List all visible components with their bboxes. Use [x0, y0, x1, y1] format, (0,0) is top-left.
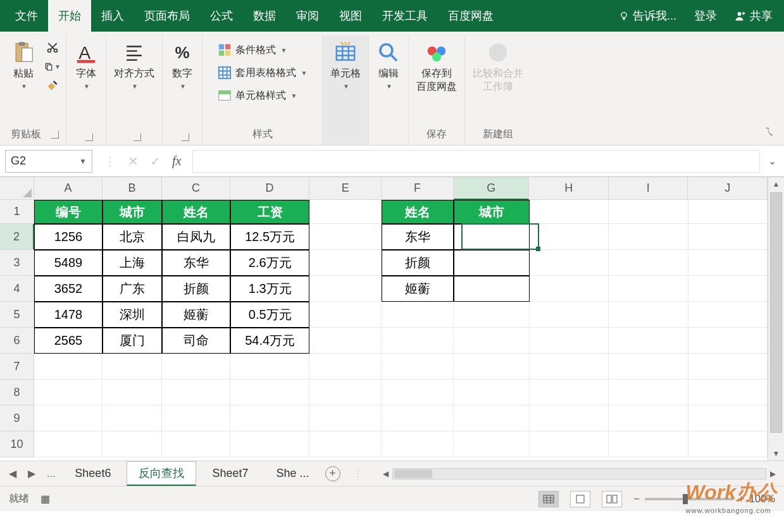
sheet-tab[interactable]: She ...: [264, 462, 321, 485]
cell[interactable]: [454, 224, 530, 250]
row-header[interactable]: 5: [0, 302, 34, 328]
tab-file[interactable]: 文件: [5, 0, 48, 32]
column-header[interactable]: J: [688, 177, 768, 200]
cell[interactable]: [688, 431, 768, 457]
row-header[interactable]: 6: [0, 328, 34, 354]
scroll-down-button[interactable]: ▼: [768, 447, 784, 461]
sheet-nav-prev[interactable]: ◀: [5, 467, 20, 479]
cell-grid[interactable]: 编号城市姓名工资姓名城市1256北京白凤九12.5万元东华5489上海东华2.6…: [34, 200, 768, 461]
enter-formula-button[interactable]: ✓: [150, 154, 161, 169]
conditional-formatting-button[interactable]: 条件格式▼: [215, 42, 290, 58]
cell[interactable]: 厦门: [103, 328, 162, 354]
name-box[interactable]: G2▼: [5, 150, 92, 173]
cell[interactable]: [454, 250, 530, 276]
zoom-out-button[interactable]: −: [633, 493, 639, 505]
macro-record-icon[interactable]: ▦: [40, 493, 50, 505]
align-launcher[interactable]: [134, 133, 141, 141]
cell[interactable]: [382, 431, 454, 457]
row-header[interactable]: 4: [0, 276, 34, 302]
column-header[interactable]: A: [34, 177, 103, 200]
cell[interactable]: [454, 431, 530, 457]
cell[interactable]: [162, 354, 230, 380]
tab-data[interactable]: 数据: [243, 0, 286, 32]
tab-home[interactable]: 开始: [48, 0, 91, 32]
cell[interactable]: 54.4万元: [230, 328, 310, 354]
cell[interactable]: [103, 354, 162, 380]
sheet-tab[interactable]: 反向查找: [127, 461, 196, 486]
cell[interactable]: 1.3万元: [230, 276, 310, 302]
column-header[interactable]: E: [309, 177, 382, 200]
format-painter-button[interactable]: [44, 78, 61, 92]
row-header[interactable]: 8: [0, 380, 34, 405]
cell[interactable]: [309, 224, 382, 250]
cell[interactable]: 5489: [34, 250, 103, 276]
cell[interactable]: 编号: [34, 200, 103, 224]
cell[interactable]: [609, 380, 688, 405]
cell[interactable]: [609, 354, 688, 380]
cell[interactable]: 姬蘅: [382, 276, 454, 302]
cell[interactable]: [688, 405, 768, 431]
share-button[interactable]: 共享: [728, 8, 779, 23]
cell[interactable]: 姓名: [162, 200, 230, 224]
editing-button[interactable]: 编辑▼: [374, 38, 403, 92]
paste-button[interactable]: 粘贴 ▼: [9, 38, 38, 92]
zoom-control[interactable]: − + 100%: [633, 493, 775, 505]
cell[interactable]: 上海: [103, 250, 162, 276]
cell[interactable]: 北京: [103, 224, 162, 250]
cell[interactable]: [454, 302, 530, 328]
cell[interactable]: [530, 250, 609, 276]
cell[interactable]: [609, 431, 688, 457]
cell-styles-button[interactable]: 单元格样式▼: [215, 87, 300, 104]
formula-bar[interactable]: [192, 150, 760, 173]
cell[interactable]: [688, 224, 768, 250]
column-header[interactable]: C: [162, 177, 230, 200]
row-header[interactable]: 3: [0, 250, 34, 276]
cell[interactable]: 2565: [34, 328, 103, 354]
column-header[interactable]: G: [454, 177, 530, 200]
cell[interactable]: [162, 431, 230, 457]
row-header[interactable]: 10: [0, 431, 34, 457]
format-as-table-button[interactable]: 套用表格格式▼: [215, 65, 310, 81]
cell[interactable]: [609, 276, 688, 302]
tell-me[interactable]: 告诉我...: [613, 8, 683, 23]
column-header[interactable]: H: [529, 177, 609, 200]
cell[interactable]: [34, 354, 103, 380]
new-sheet-button[interactable]: +: [325, 466, 340, 481]
cell[interactable]: [34, 380, 103, 405]
cell[interactable]: 2.6万元: [230, 250, 310, 276]
alignment-button[interactable]: 对齐方式▼: [111, 38, 157, 92]
cell[interactable]: 白凤九: [162, 224, 230, 250]
cell[interactable]: [382, 405, 454, 431]
cell[interactable]: [382, 328, 454, 354]
sheet-nav-next[interactable]: ▶: [24, 467, 39, 479]
cell[interactable]: [609, 328, 688, 354]
cell[interactable]: [530, 224, 609, 250]
cell[interactable]: [382, 302, 454, 328]
cell[interactable]: 东华: [162, 250, 230, 276]
cell[interactable]: [230, 354, 310, 380]
cell[interactable]: [382, 380, 454, 405]
cell[interactable]: [688, 200, 768, 224]
cell[interactable]: 0.5万元: [230, 302, 310, 328]
cell[interactable]: [530, 354, 609, 380]
compare-merge-button[interactable]: 比较和合并 工作簿: [470, 38, 526, 96]
fx-button[interactable]: fx: [172, 154, 181, 168]
number-launcher[interactable]: [182, 133, 189, 141]
normal-view-button[interactable]: [538, 491, 559, 507]
sheet-nav-more[interactable]: ...: [43, 468, 59, 479]
clipboard-launcher[interactable]: [51, 131, 59, 139]
cell[interactable]: [609, 224, 688, 250]
cell[interactable]: 东华: [382, 224, 454, 250]
cell[interactable]: 3652: [34, 276, 103, 302]
zoom-slider[interactable]: [645, 498, 733, 500]
horizontal-scrollbar[interactable]: ◀▶: [380, 467, 780, 481]
cell[interactable]: [309, 431, 382, 457]
scroll-up-button[interactable]: ▲: [768, 177, 784, 191]
save-to-baidu-button[interactable]: 保存到 百度网盘: [414, 38, 459, 96]
cell[interactable]: 司命: [162, 328, 230, 354]
cell[interactable]: [309, 380, 382, 405]
cell[interactable]: [530, 302, 609, 328]
sheet-tab[interactable]: Sheet7: [200, 462, 260, 485]
number-button[interactable]: % 数字▼: [168, 38, 197, 92]
cell[interactable]: [230, 431, 310, 457]
